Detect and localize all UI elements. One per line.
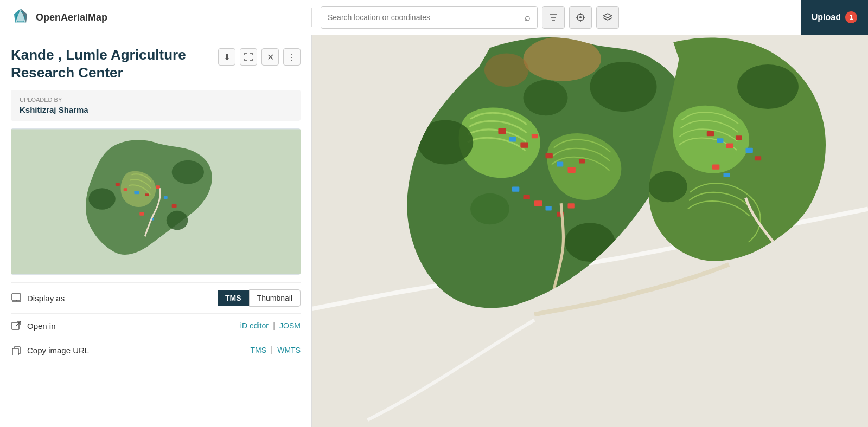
id-editor-link[interactable]: iD editor [240, 321, 269, 330]
display-icon [11, 293, 22, 303]
svg-rect-43 [520, 143, 528, 148]
uploaded-by-label: UPLOADED BY [20, 96, 292, 103]
svg-rect-62 [726, 144, 733, 148]
svg-point-8 [579, 16, 582, 18]
svg-rect-45 [546, 153, 553, 158]
open-in-icon [11, 320, 22, 331]
wmts-copy-link[interactable]: WMTS [277, 346, 301, 354]
svg-rect-48 [579, 159, 585, 163]
thumbnail-box [11, 128, 301, 275]
open-in-row: Open in iD editor | JOSM [11, 313, 301, 338]
svg-rect-54 [568, 203, 575, 208]
svg-line-31 [16, 321, 21, 326]
copy-image-url-links: TMS | WMTS [251, 345, 301, 355]
map-title: Kande , Lumle Agriculture Research Cente… [11, 46, 218, 81]
topbar: OpenAerialMap ⌕ [0, 0, 868, 35]
svg-point-25 [172, 160, 204, 184]
action-icons: ⬇ ✕ ⋮ [218, 46, 301, 66]
display-as-label-group: Display as [11, 293, 65, 303]
svg-rect-22 [139, 212, 144, 216]
upload-label: Upload [812, 12, 841, 22]
location-button[interactable] [569, 6, 592, 29]
aerial-thumbnail-image [11, 128, 301, 275]
title-row: Kande , Lumle Agriculture Research Cente… [11, 46, 301, 81]
location-icon [576, 12, 585, 22]
fullscreen-icon [244, 53, 253, 61]
layers-icon [603, 12, 612, 22]
display-as-row: Display as TMS Thumbnail [11, 282, 301, 313]
svg-rect-50 [524, 195, 530, 199]
svg-rect-46 [557, 161, 563, 166]
display-as-actions: TMS Thumbnail [218, 289, 301, 307]
svg-rect-44 [532, 134, 538, 138]
svg-rect-42 [509, 137, 516, 141]
svg-marker-13 [603, 14, 612, 18]
svg-point-59 [648, 171, 687, 202]
svg-rect-41 [498, 128, 506, 134]
oam-logo-icon [11, 8, 30, 27]
svg-rect-20 [164, 196, 168, 199]
svg-point-56 [484, 54, 529, 87]
svg-rect-63 [736, 135, 742, 140]
svg-rect-27 [12, 294, 21, 300]
svg-rect-60 [707, 131, 714, 136]
svg-rect-66 [712, 165, 719, 170]
svg-rect-16 [124, 188, 127, 191]
main-content: Kande , Lumle Agriculture Research Cente… [0, 35, 868, 427]
filter-button[interactable] [542, 6, 565, 29]
uploader-name: Kshitizraj Sharma [20, 105, 292, 114]
search-box[interactable]: ⌕ [321, 6, 538, 29]
svg-point-39 [470, 193, 509, 224]
thumbnail-button[interactable]: Thumbnail [249, 289, 301, 307]
svg-rect-19 [156, 185, 160, 189]
logo-area: OpenAerialMap [0, 8, 312, 27]
copy-image-url-text: Copy image URL [27, 346, 89, 355]
copy-image-url-row: Copy image URL TMS | WMTS [11, 338, 301, 362]
uploader-box: UPLOADED BY Kshitizraj Sharma [11, 90, 301, 121]
svg-rect-17 [134, 191, 139, 194]
svg-rect-52 [546, 206, 552, 210]
svg-rect-18 [145, 193, 149, 196]
tms-button[interactable]: TMS [218, 290, 249, 306]
close-button[interactable]: ✕ [261, 48, 279, 66]
svg-point-24 [88, 188, 115, 210]
svg-rect-61 [717, 138, 723, 143]
svg-point-37 [590, 62, 657, 112]
search-area: ⌕ [312, 6, 801, 29]
open-in-links: iD editor | JOSM [240, 321, 301, 331]
more-button[interactable]: ⋮ [283, 48, 301, 66]
svg-rect-21 [172, 204, 177, 208]
svg-point-40 [524, 80, 568, 116]
open-in-text: Open in [27, 321, 56, 331]
josm-link[interactable]: JOSM [279, 321, 301, 330]
search-input[interactable] [328, 13, 520, 22]
layers-button[interactable] [596, 6, 619, 29]
upload-button[interactable]: Upload 1 [801, 0, 868, 35]
map-area[interactable] [312, 35, 868, 427]
svg-rect-64 [746, 148, 753, 153]
display-as-text: Display as [27, 294, 65, 303]
svg-point-58 [737, 64, 799, 109]
svg-rect-51 [534, 200, 542, 206]
fullscreen-button[interactable] [240, 48, 257, 66]
search-icon[interactable]: ⌕ [525, 12, 531, 23]
svg-rect-33 [12, 348, 18, 355]
svg-point-26 [167, 211, 188, 230]
upload-badge: 1 [845, 11, 857, 23]
svg-rect-47 [568, 167, 576, 173]
copy-image-url-label-group: Copy image URL [11, 345, 89, 355]
filter-icon [548, 12, 558, 22]
svg-rect-15 [116, 183, 120, 186]
svg-rect-49 [512, 187, 519, 192]
open-in-label-group: Open in [11, 320, 56, 331]
svg-rect-67 [724, 173, 730, 177]
map-background [312, 35, 868, 427]
logo-text: OpenAerialMap [36, 12, 107, 23]
copy-icon [11, 345, 22, 355]
tms-copy-link[interactable]: TMS [251, 346, 267, 354]
svg-rect-65 [755, 156, 761, 160]
sidebar: Kande , Lumle Agriculture Research Cente… [0, 35, 312, 427]
download-button[interactable]: ⬇ [218, 48, 235, 66]
